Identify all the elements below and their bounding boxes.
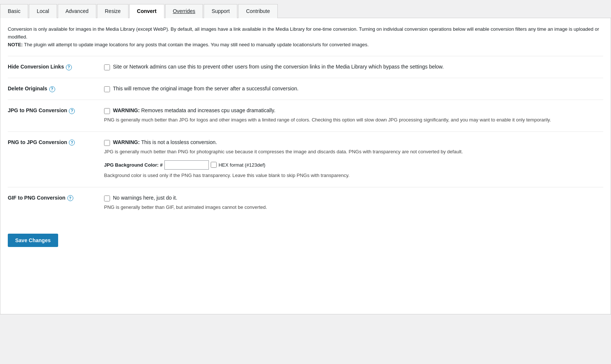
hex-checkbox[interactable] [211,162,217,168]
tab-basic[interactable]: Basic [0,4,28,18]
checkbox-label-jpg-to-png: WARNING: Removes metadata and increases … [113,107,276,113]
settings-table: Hide Conversion Links?Site or Network ad… [8,56,603,218]
save-changes-button[interactable]: Save Changes [8,234,58,247]
tab-resize[interactable]: Resize [97,4,128,18]
description-main: Conversion is only available for images … [8,26,599,40]
jpg-bg-row: JPG Background Color: #HEX format (#123d… [104,160,603,170]
checkbox-label-gif-to-png: No warnings here, just do it. [113,195,177,201]
value-cell-gif-to-png: No warnings here, just do it.PNG is gene… [104,187,603,218]
tab-overrides[interactable]: Overrides [165,4,203,18]
checkbox-label-png-to-jpg: WARNING: This is not a lossless conversi… [113,139,217,145]
tab-advanced[interactable]: Advanced [58,4,96,18]
help-icon-hide-conversion-links[interactable]: ? [66,64,72,70]
settings-row-jpg-to-png: JPG to PNG Conversion?WARNING: Removes m… [8,100,603,132]
help-icon-gif-to-png[interactable]: ? [67,195,73,201]
description-gif-to-png: PNG is generally better than GIF, but an… [104,204,603,211]
settings-row-png-to-jpg: PNG to JPG Conversion?WARNING: This is n… [8,132,603,187]
settings-row-hide-conversion-links: Hide Conversion Links?Site or Network ad… [8,56,603,78]
settings-row-gif-to-png: GIF to PNG Conversion?No warnings here, … [8,187,603,218]
checkbox-png-to-jpg[interactable] [104,140,110,146]
label-cell-delete-originals: Delete Originals? [8,78,104,100]
label-cell-gif-to-png: GIF to PNG Conversion? [8,187,104,218]
settings-row-delete-originals: Delete Originals?This will remove the or… [8,78,603,100]
label-cell-hide-conversion-links: Hide Conversion Links? [8,56,104,78]
value-cell-png-to-jpg: WARNING: This is not a lossless conversi… [104,132,603,187]
value-cell-hide-conversion-links: Site or Network admins can use this to p… [104,56,603,78]
jpg-bg-input[interactable] [164,160,209,170]
description-png-to-jpg: JPG is generally much better than PNG fo… [104,148,603,156]
checkbox-jpg-to-png[interactable] [104,108,110,114]
hex-label: HEX format (#123def) [218,162,265,168]
help-icon-jpg-to-png[interactable]: ? [69,108,75,114]
help-icon-delete-originals[interactable]: ? [49,86,55,92]
value-cell-delete-originals: This will remove the original image from… [104,78,603,100]
tabs-nav: BasicLocalAdvancedResizeConvertOverrides… [0,4,611,18]
checkbox-gif-to-png[interactable] [104,196,110,201]
description-jpg-to-png: PNG is generally much better than JPG fo… [104,116,603,124]
value-cell-jpg-to-png: WARNING: Removes metadata and increases … [104,100,603,132]
tab-local[interactable]: Local [29,4,57,18]
note-label: NOTE: [8,42,23,47]
checkbox-label-delete-originals: This will remove the original image from… [113,86,298,91]
label-cell-jpg-to-png: JPG to PNG Conversion? [8,100,104,132]
tab-contribute[interactable]: Contribute [238,4,278,18]
content-area: Conversion is only available for images … [0,18,611,314]
tab-convert[interactable]: Convert [129,4,164,18]
checkbox-hide-conversion-links[interactable] [104,64,110,70]
label-cell-png-to-jpg: PNG to JPG Conversion? [8,132,104,187]
checkbox-delete-originals[interactable] [104,86,110,92]
jpg-bg-label: JPG Background Color: # [104,162,163,168]
page-description: Conversion is only available for images … [8,26,603,49]
tab-support[interactable]: Support [204,4,237,18]
checkbox-label-hide-conversion-links: Site or Network admins can use this to p… [113,64,444,70]
help-icon-png-to-jpg[interactable]: ? [69,140,75,146]
note-text: The plugin will attempt to update image … [23,42,368,47]
bg-note: Background color is used only if the PNG… [104,172,603,180]
